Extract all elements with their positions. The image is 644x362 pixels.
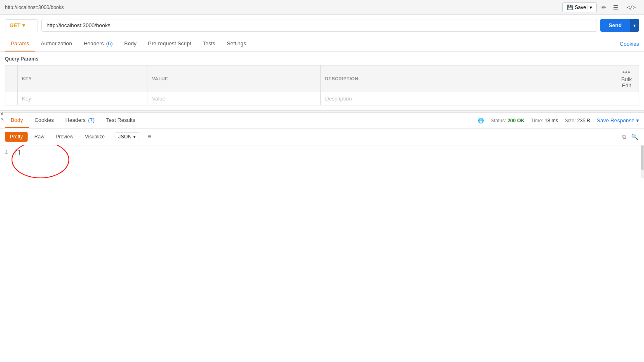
response-body-container: 1 []: [0, 145, 644, 178]
tab-params-label: Params: [11, 40, 29, 47]
save-button[interactable]: 💾 Save ▾: [562, 2, 597, 12]
row-checkbox-cell: [5, 92, 18, 105]
edit-icon-button[interactable]: ✏: [600, 2, 608, 12]
comment-icon: ☰: [613, 4, 618, 11]
copy-icon-button[interactable]: ⧉: [621, 133, 627, 141]
tab-body-label: Body: [124, 40, 136, 47]
description-cell[interactable]: Description: [321, 92, 614, 105]
response-status: 🌐 Status: 200 OK Time: 18 ms Size: 235 B…: [478, 117, 639, 124]
response-tab-headers[interactable]: Headers (7): [60, 113, 101, 128]
request-tabs-bar: Params Authorization Headers (6) Body Pr…: [0, 36, 644, 52]
tab-settings[interactable]: Settings: [221, 36, 252, 51]
tab-settings-label: Settings: [227, 40, 246, 47]
comment-icon-button[interactable]: ☰: [611, 2, 620, 12]
col-checkbox: [5, 65, 18, 92]
code-icon: </>: [627, 5, 636, 10]
cookies-link[interactable]: Cookies: [620, 41, 639, 47]
col-description: DESCRIPTION: [321, 65, 614, 92]
send-btn-group: Send ▾: [600, 19, 639, 32]
key-cell[interactable]: Key: [18, 92, 148, 105]
status-label: Status: 200 OK: [491, 118, 524, 124]
top-bar: http://localhost:3000/books 💾 Save ▾ ✏ ☰…: [0, 0, 644, 15]
format-json-label: JSON: [118, 134, 132, 140]
format-tab-pretty[interactable]: Pretty: [5, 132, 28, 142]
time-value: 18 ms: [545, 118, 558, 124]
more-icon: •••: [623, 69, 631, 76]
tab-params[interactable]: Params: [5, 36, 35, 51]
tab-headers-label: Headers: [84, 40, 104, 47]
size-label-text: Size:: [565, 118, 576, 124]
top-bar-url: http://localhost:3000/books: [5, 5, 64, 10]
tab-tests-label: Tests: [203, 40, 215, 47]
response-tab-cookies[interactable]: Cookies: [29, 113, 60, 128]
body-format-bar: Pretty Raw Preview Visualize JSON ▾ ≡ ⧉ …: [0, 128, 644, 145]
response-tab-cookies-label: Cookies: [35, 117, 54, 123]
edit-icon: ✏: [602, 4, 606, 11]
response-tab-body[interactable]: Body: [5, 113, 29, 128]
tab-authorization[interactable]: Authorization: [35, 36, 78, 51]
format-tab-preview[interactable]: Preview: [51, 132, 78, 142]
col-key: KEY: [18, 65, 148, 92]
time-label-text: Time:: [531, 118, 543, 124]
scrollbar-thumb[interactable]: [641, 145, 644, 170]
status-value: 200 OK: [508, 118, 524, 124]
globe-icon: 🌐: [478, 118, 484, 124]
value-cell[interactable]: Value: [148, 92, 321, 105]
request-bar: GET ▾ Send ▾: [0, 15, 644, 36]
tab-pre-request[interactable]: Pre-request Script: [142, 36, 197, 51]
url-input[interactable]: [41, 19, 597, 32]
col-value: VALUE: [148, 65, 321, 92]
request-tabs-left: Params Authorization Headers (6) Body Pr…: [5, 36, 252, 51]
params-section: Query Params KEY VALUE DESCRIPTION ••• B…: [0, 52, 644, 105]
response-tabs-left: Body Cookies Headers (7) Test Results: [5, 113, 141, 128]
save-chevron[interactable]: ▾: [588, 5, 592, 10]
tab-headers[interactable]: Headers (6): [78, 36, 119, 51]
response-tab-test-results[interactable]: Test Results: [100, 113, 141, 128]
save-response-label: Save Response: [597, 117, 635, 124]
description-placeholder: Description: [325, 96, 352, 102]
side-text-line1: d: [1, 111, 5, 116]
size-label: Size: 235 B: [565, 118, 590, 124]
format-tab-visualize[interactable]: Visualize: [80, 132, 110, 142]
response-tab-headers-badge: (7): [88, 117, 94, 123]
vertical-scrollbar[interactable]: [641, 145, 644, 178]
size-value: 235 B: [577, 118, 590, 124]
save-icon: 💾: [567, 5, 573, 10]
tab-tests[interactable]: Tests: [197, 36, 221, 51]
top-bar-actions: 💾 Save ▾ ✏ ☰ </>: [562, 2, 639, 12]
side-text: d s,: [1, 111, 5, 121]
table-row: Key Value Description: [5, 92, 639, 105]
method-chevron: ▾: [22, 22, 25, 28]
response-tab-body-label: Body: [11, 117, 23, 123]
line-number-1: 1: [5, 149, 8, 155]
method-value: GET: [9, 22, 21, 28]
code-button[interactable]: </>: [623, 3, 639, 12]
tab-body[interactable]: Body: [118, 36, 142, 51]
search-icon-button[interactable]: 🔍: [630, 133, 639, 141]
send-button[interactable]: Send: [600, 19, 630, 32]
tab-authorization-label: Authorization: [41, 40, 72, 47]
code-content-1: []: [14, 149, 21, 156]
row-actions-cell: [614, 92, 639, 105]
save-response-button[interactable]: Save Response ▾: [597, 117, 639, 124]
status-label-text: Status:: [491, 118, 506, 124]
method-select[interactable]: GET ▾: [5, 19, 38, 31]
value-placeholder: Value: [152, 96, 165, 102]
wrap-button[interactable]: ≡: [143, 131, 156, 142]
time-label: Time: 18 ms: [531, 118, 558, 124]
format-json-select[interactable]: JSON ▾: [115, 132, 139, 141]
bulk-edit-button[interactable]: Bulk Edit: [618, 76, 635, 89]
send-chevron-button[interactable]: ▾: [630, 19, 639, 32]
tab-headers-badge: (6): [106, 40, 113, 47]
response-tab-headers-label: Headers: [66, 117, 86, 123]
code-line-1: 1 []: [5, 149, 639, 156]
format-tab-raw[interactable]: Raw: [29, 132, 49, 142]
response-tab-test-results-label: Test Results: [106, 117, 135, 123]
save-label: Save: [575, 5, 586, 10]
col-actions: ••• Bulk Edit: [614, 65, 639, 92]
response-tabs-bar: Body Cookies Headers (7) Test Results 🌐 …: [0, 113, 644, 128]
params-table: KEY VALUE DESCRIPTION ••• Bulk Edit Key: [5, 65, 639, 105]
key-placeholder: Key: [22, 96, 31, 102]
code-area: 1 []: [0, 145, 644, 178]
query-params-title: Query Params: [5, 56, 639, 62]
